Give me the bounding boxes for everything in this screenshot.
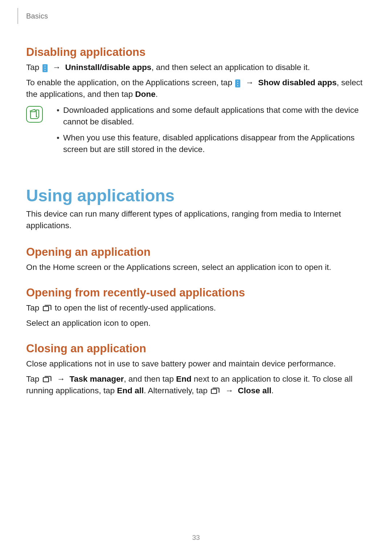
page-content: Disabling applications Tap → Uninstall/d… bbox=[26, 36, 366, 400]
svg-rect-6 bbox=[43, 307, 49, 311]
text-tap: Tap bbox=[26, 63, 39, 72]
text-rest: , and then select an application to disa… bbox=[151, 63, 310, 72]
tab-bar-stub bbox=[16, 8, 18, 24]
text-end: . bbox=[155, 90, 158, 99]
svg-rect-7 bbox=[43, 378, 49, 382]
text-pre: To enable the application, on the Applic… bbox=[26, 78, 232, 87]
using-intro: This device can run many different types… bbox=[26, 208, 366, 231]
text-rest: to open the list of recently-used applic… bbox=[55, 303, 216, 312]
svg-point-1 bbox=[44, 68, 45, 69]
note-item: When you use this feature, disabled appl… bbox=[57, 132, 366, 155]
heading-opening-application: Opening an application bbox=[26, 246, 366, 259]
note-list: Downloaded applications and some default… bbox=[49, 104, 366, 160]
note-block: Downloaded applications and some default… bbox=[26, 104, 366, 160]
disabling-paragraph-1: Tap → Uninstall/disable apps, and then s… bbox=[26, 62, 366, 73]
closing-paragraph-2: Tap → Task manager, and then tap End nex… bbox=[26, 373, 366, 397]
closing-paragraph-1: Close applications not in use to save ba… bbox=[26, 358, 366, 370]
page-header: Basics bbox=[0, 8, 48, 24]
note-icon bbox=[26, 106, 43, 123]
heading-using-applications: Using applications bbox=[26, 186, 366, 205]
svg-point-3 bbox=[237, 81, 238, 82]
arrow-icon: → bbox=[55, 374, 68, 383]
text-mid1: , and then tap bbox=[124, 374, 176, 383]
recent-paragraph-2: Select an application icon to open. bbox=[26, 317, 366, 329]
text-tap: Tap bbox=[26, 374, 39, 383]
page-number: 33 bbox=[0, 534, 392, 542]
disabling-paragraph-2: To enable the application, on the Applic… bbox=[26, 77, 366, 100]
breadcrumb: Basics bbox=[26, 12, 48, 20]
recent-apps-icon bbox=[42, 376, 52, 383]
text-end: . bbox=[271, 386, 274, 395]
svg-point-5 bbox=[237, 85, 238, 86]
heading-disabling-applications: Disabling applications bbox=[26, 46, 366, 59]
svg-point-4 bbox=[237, 83, 238, 84]
opening-body: On the Home screen or the Applications s… bbox=[26, 262, 366, 273]
text-mid3: . Alternatively, tap bbox=[144, 386, 210, 395]
bold-show-disabled-apps: Show disabled apps bbox=[258, 78, 336, 87]
bold-task-manager: Task manager bbox=[70, 374, 124, 383]
recent-paragraph-1: Tap to open the list of recently-used ap… bbox=[26, 302, 366, 314]
arrow-icon: → bbox=[243, 78, 256, 87]
bold-uninstall-disable-apps: Uninstall/disable apps bbox=[65, 63, 152, 72]
recent-apps-icon bbox=[42, 304, 52, 312]
bold-end: End bbox=[176, 374, 192, 383]
recent-apps-icon bbox=[211, 387, 220, 395]
note-item: Downloaded applications and some default… bbox=[57, 104, 366, 128]
svg-point-0 bbox=[44, 66, 45, 67]
heading-closing-application: Closing an application bbox=[26, 342, 366, 355]
more-options-icon bbox=[42, 64, 48, 72]
more-options-icon bbox=[235, 79, 240, 87]
arrow-icon: → bbox=[223, 386, 236, 395]
arrow-icon: → bbox=[50, 63, 63, 72]
bold-close-all: Close all bbox=[238, 386, 271, 395]
text-tap: Tap bbox=[26, 303, 39, 312]
heading-opening-recent: Opening from recently-used applications bbox=[26, 286, 366, 299]
manual-page: Basics Disabling applications Tap → Unin… bbox=[0, 0, 392, 554]
svg-point-2 bbox=[44, 70, 45, 71]
bold-end-all: End all bbox=[117, 386, 144, 395]
svg-rect-8 bbox=[211, 389, 217, 394]
bold-done: Done bbox=[135, 90, 155, 99]
